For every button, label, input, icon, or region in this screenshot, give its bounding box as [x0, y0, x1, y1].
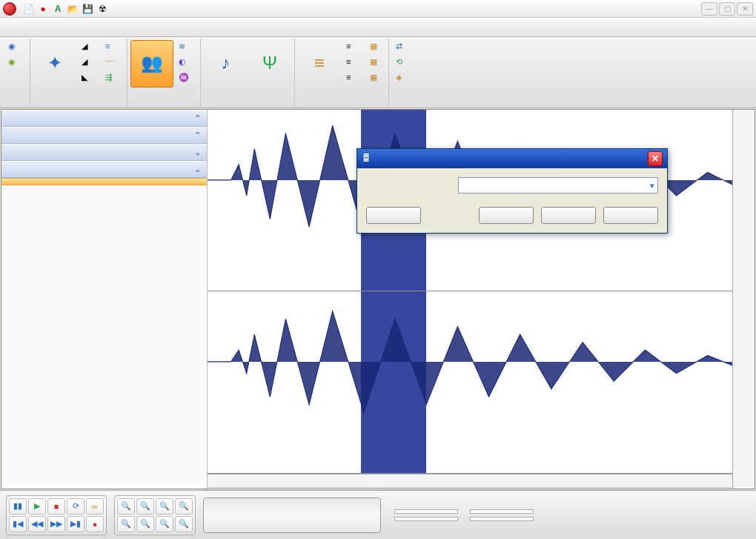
goto-end-button[interactable]: ▶▮ [67, 516, 84, 532]
time-ruler [208, 474, 755, 487]
chevron-down-icon: ⌄ [194, 148, 201, 157]
extend-2[interactable]: ⟲ [392, 56, 411, 70]
zoom-v-out-button[interactable]: 🔍 [136, 516, 154, 532]
new-icon[interactable]: 📄 [21, 2, 35, 16]
edit-header[interactable]: ⌃ [1, 127, 207, 144]
zoom-reset-button[interactable]: 🔍 [156, 516, 173, 532]
help-button[interactable] [603, 207, 658, 224]
phaser-button[interactable]: ◐ [175, 56, 197, 70]
dialog-titlebar[interactable]: 🎛 ✕ [357, 149, 667, 168]
zoom-v-in-button[interactable]: 🔍 [117, 516, 135, 532]
time-display [203, 497, 381, 533]
waveform-bottom [208, 291, 755, 432]
compressor-button[interactable]: ⇶ [102, 71, 124, 86]
close-button[interactable]: ✕ [737, 2, 753, 16]
echo-button[interactable]: ◉ [4, 40, 27, 55]
fade-button[interactable]: ◢ [78, 40, 100, 55]
cancel-button[interactable] [541, 207, 596, 224]
zoom-all-button[interactable]: 🔍 [175, 516, 193, 532]
ok-button[interactable] [479, 207, 534, 224]
selection-info [388, 509, 534, 521]
chorus-button[interactable]: 👥 [130, 40, 173, 87]
envelope-button[interactable]: 〰 [102, 56, 124, 70]
goto-start-button[interactable]: ▮◀ [9, 516, 27, 532]
minimize-button[interactable]: — [701, 2, 717, 16]
pitch-change-button[interactable]: Ψ [248, 40, 291, 87]
ribbon: ◉ ◉ ✦ ◢ ◢ ◣ ≡ 〰 ⇶ 👥 ≋ ◐ ♒ [0, 37, 756, 108]
chevron-down-icon: ⌄ [194, 165, 201, 174]
chevron-up-icon: ⌃ [194, 113, 201, 123]
amplify-button[interactable]: ✦ [33, 40, 76, 87]
files-header[interactable]: ⌃ [1, 110, 207, 127]
chevron-down-icon: ▾ [650, 181, 654, 191]
zoom-controls: 🔍 🔍 🔍 🔍 🔍 🔍 🔍 🔍 [114, 495, 196, 535]
file-length-value [470, 517, 534, 521]
burn-icon[interactable]: ☢ [96, 2, 109, 16]
filter-extra-3[interactable]: ▦ [366, 71, 385, 86]
fadein-button[interactable]: ◢ [78, 56, 100, 70]
chevron-up-icon: ⌃ [194, 130, 201, 140]
fadeout-button[interactable]: ◣ [78, 71, 100, 86]
notch-filter-button[interactable]: ≡ [342, 40, 365, 55]
quick-edit-header[interactable] [1, 178, 207, 185]
low-pass-button[interactable]: ≡ [342, 71, 365, 86]
app-icon [3, 2, 16, 16]
favorites-header[interactable]: ⌄ [1, 161, 207, 178]
zoom-out-button[interactable]: 🔍 [136, 498, 154, 515]
stop-button[interactable]: ■ [47, 498, 65, 515]
rewind-button[interactable]: ◀◀ [28, 516, 46, 532]
bottom-bar: ▮▮ ▶ ■ ⟳ ∞ ▮◀ ◀◀ ▶▶ ▶▮ ● 🔍 🔍 🔍 🔍 🔍 🔍 🔍 🔍 [0, 490, 756, 539]
dialog-close-button[interactable]: ✕ [648, 151, 663, 166]
speed-change-button[interactable]: ♪ [204, 40, 247, 87]
horizontal-scrollbar[interactable] [208, 487, 755, 489]
maximize-button[interactable]: ▢ [719, 2, 735, 16]
extend-3[interactable]: ◈ [392, 71, 411, 86]
record-button[interactable]: ● [86, 516, 104, 532]
loop-button[interactable]: ∞ [86, 498, 104, 515]
peak-eq-button[interactable]: ≡ [298, 40, 341, 87]
normalize-button[interactable]: ≡ [102, 40, 124, 55]
flanger-button[interactable]: ≋ [175, 40, 197, 55]
zoom-fit-button[interactable]: 🔍 [175, 498, 193, 515]
db-scale [732, 110, 755, 489]
open-icon[interactable]: 📂 [66, 2, 79, 16]
band-pass-button[interactable]: ≡ [342, 56, 365, 70]
dialog-icon: 🎛 [362, 153, 374, 165]
preview-button[interactable] [366, 207, 421, 224]
extend-1[interactable]: ⇄ [392, 40, 411, 55]
transport-controls: ▮▮ ▶ ■ ⟳ ∞ ▮◀ ◀◀ ▶▶ ▶▮ ● [6, 495, 107, 535]
titlebar: 📄 ● A 📂 💾 ☢ — ▢ ✕ [0, 0, 756, 18]
play-button[interactable]: ▶ [28, 498, 46, 515]
pause-button[interactable]: ▮▮ [9, 498, 27, 515]
menu-tabs [0, 18, 756, 37]
filter-extra-1[interactable]: ▦ [366, 40, 385, 55]
vibrato-button[interactable]: ◉ [4, 56, 27, 70]
text-icon[interactable]: A [51, 2, 64, 16]
effects-header[interactable]: ⌄ [1, 144, 207, 161]
forward-button[interactable]: ▶▶ [47, 516, 65, 532]
end-value [394, 517, 458, 521]
sel-length-value [470, 509, 534, 514]
zoom-in-button[interactable]: 🔍 [117, 498, 135, 515]
play-loop-button[interactable]: ⟳ [67, 498, 84, 515]
presets-select[interactable]: ▾ [458, 177, 658, 194]
reverb-button[interactable]: ♒ [175, 71, 197, 86]
side-panel: ⌃ ⌃ ⌄ ⌄ [1, 110, 208, 489]
filter-extra-2[interactable]: ▦ [366, 56, 385, 70]
start-value [394, 509, 458, 514]
chorus-dialog: 🎛 ✕ ▾ [357, 148, 668, 234]
record-icon[interactable]: ● [36, 2, 50, 16]
save-icon[interactable]: 💾 [81, 2, 94, 16]
zoom-sel-button[interactable]: 🔍 [156, 498, 173, 515]
